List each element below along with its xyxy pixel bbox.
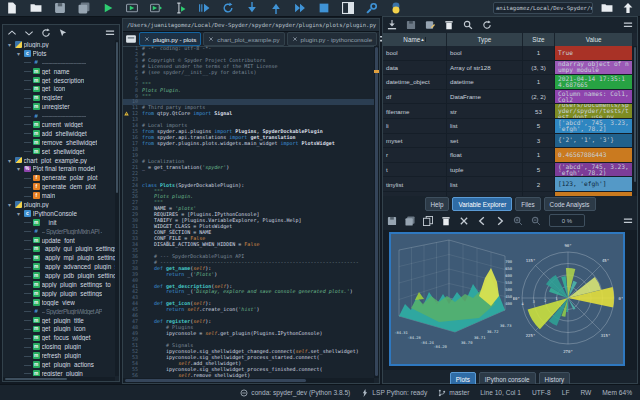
variable-row[interactable]: boolbool1True (383, 46, 633, 61)
outline-item[interactable]: mget_plugin_actions (3, 360, 115, 369)
editor-tab[interactable]: plugin.py - ipythonconsole (287, 32, 378, 46)
variable-row[interactable]: lilist5['abcd', 745, 3.23, 'efgh', 78.2] (383, 119, 633, 134)
follow-cursor-icon[interactable] (58, 28, 68, 38)
chevron-down-icon[interactable]: ▾ (15, 210, 22, 217)
outline-item[interactable]: mregister (3, 93, 115, 102)
outline-item[interactable]: mupdate_font (3, 236, 115, 245)
python-logo-icon[interactable] (390, 2, 402, 14)
editor-horizontal-scrollbar[interactable] (123, 378, 374, 383)
outline-item[interactable]: mget_plugin_title (3, 316, 115, 325)
chevron-down-icon[interactable]: ▾ (6, 201, 13, 208)
outline-vertical-scrollbar[interactable] (115, 40, 119, 376)
open-folder-icon[interactable] (30, 2, 42, 14)
outline-item[interactable]: mget_icon (3, 84, 115, 93)
continue-execution-icon[interactable] (294, 2, 306, 14)
variable-row[interactable]: mysetset3{'2', '1', '3'} (383, 134, 633, 149)
close-tab-icon[interactable] (208, 36, 214, 42)
outline-item[interactable]: ▾plugin.py (3, 40, 115, 49)
outline-item[interactable]: m_apply_mpl_plugin_setting (3, 253, 115, 262)
variable-row[interactable]: dfDataFrame(2, 2)Column names: Col1, Col… (383, 90, 633, 105)
outline-item[interactable]: #-- SpyderPluginWidget AP (3, 307, 115, 316)
step-return-icon[interactable] (270, 2, 282, 14)
editor-vertical-scrollbar[interactable] (374, 46, 379, 378)
editor-tab[interactable]: chart_plot_example.py (203, 32, 284, 46)
outline-item[interactable]: mremove_shellwidget (3, 138, 115, 147)
outline-item[interactable]: fmain (3, 191, 115, 200)
save-icon[interactable] (54, 2, 66, 14)
save-plot-icon[interactable] (387, 216, 397, 226)
outline-item[interactable]: fgenerate_polar_plot (3, 173, 115, 182)
outline-item[interactable]: #-- SpyderPluginMixin API - (3, 227, 115, 236)
parent-directory-icon[interactable] (622, 2, 634, 14)
column-header-value[interactable]: Value (555, 33, 633, 46)
outline-item[interactable]: mget_plugin_icon (3, 325, 115, 334)
outline-item[interactable]: ▾%Plot final terrain model (3, 164, 115, 173)
code-area[interactable]: 1# -*- coding: utf-8 -*-2#3# Copyright ©… (123, 46, 374, 378)
column-header-name[interactable]: Name ▲ (383, 33, 447, 46)
close-tab-icon[interactable] (144, 36, 150, 42)
step-into-icon[interactable] (246, 2, 258, 14)
previous-plot-icon[interactable] (477, 216, 487, 226)
outline-item[interactable]: ▾chart_plot_example.py (3, 156, 115, 165)
variable-row[interactable]: dataArray of str128(3, 3)ndarray object … (383, 61, 633, 76)
search-variable-icon[interactable] (463, 20, 473, 30)
outline-item[interactable]: mrefresh_plugin (3, 351, 115, 360)
variable-row[interactable]: filenamestr53/Users/Documents/spyder/spy… (383, 104, 633, 119)
run-selection-icon[interactable] (174, 2, 186, 14)
new-file-icon[interactable] (6, 2, 18, 14)
run-cell-icon[interactable] (126, 2, 138, 14)
outline-item[interactable]: mcurrent_widget (3, 120, 115, 129)
table-vertical-scrollbar[interactable] (633, 46, 637, 196)
run-cell-advance-icon[interactable] (150, 2, 162, 14)
save-data-as-icon[interactable] (425, 20, 435, 30)
outline-item[interactable]: mclosing_plugin (3, 342, 115, 351)
column-header-size[interactable]: Size (523, 33, 555, 46)
save-all-icon[interactable] (78, 2, 90, 14)
open-directory-icon[interactable] (601, 2, 613, 14)
zoom-in-icon[interactable] (513, 216, 523, 226)
collapse-section-icon[interactable] (7, 28, 17, 38)
pane-menu-icon[interactable] (623, 216, 633, 226)
tab-code-analysis[interactable]: Code Analysis (544, 197, 596, 211)
outline-item[interactable]: ▾plugin.py (3, 200, 115, 209)
outline-item[interactable]: ▾cPlots (3, 49, 115, 58)
outline-item[interactable]: m_apply_advanced_plugin_s (3, 262, 115, 271)
tab-help[interactable]: Help (425, 197, 450, 211)
run-icon[interactable] (102, 2, 114, 14)
stop-icon[interactable] (318, 2, 330, 14)
save-data-icon[interactable] (406, 20, 416, 30)
restore-original-icon[interactable] (41, 28, 51, 38)
chevron-down-icon[interactable]: ▾ (6, 41, 13, 48)
outline-item[interactable]: #---------------------------- (3, 58, 115, 67)
working-directory-selector[interactable]: anitagomez/Local/Dev-Spyder/spyder/spyde… (493, 2, 593, 14)
remove-variable-icon[interactable] (444, 20, 454, 30)
browse-tabs-icon[interactable] (125, 33, 137, 45)
next-plot-icon[interactable] (495, 216, 505, 226)
editor-tab[interactable]: plugin.py - plots (139, 32, 201, 46)
remove-plot-icon[interactable] (441, 216, 451, 226)
variable-row[interactable]: tinylistlist2[123, 'efgh'] (383, 177, 633, 192)
outline-item[interactable]: fgenerate_dem_plot (3, 182, 115, 191)
variable-row[interactable]: datetime_objectdatetime12021-04-14 17:35… (383, 75, 633, 90)
current-figure[interactable]: -84.31-84.28-84.24-84.2036.7036.7136.723… (389, 232, 625, 366)
outline-item[interactable]: madd_shellwidget (3, 129, 115, 138)
variable-row[interactable]: xfloat6411.1235123669438 (383, 192, 633, 196)
import-data-icon[interactable] (387, 20, 397, 30)
outline-item[interactable]: m_apply_gui_plugin_settings (3, 244, 115, 253)
copy-plot-icon[interactable] (423, 216, 433, 226)
chevron-down-icon[interactable]: ▾ (15, 165, 22, 172)
variable-row[interactable]: ttuple5('abcd', 745, 3.23, 'efgh', 78.2) (383, 163, 633, 178)
close-tab-icon[interactable] (292, 36, 298, 42)
restart-kernel-icon[interactable] (222, 2, 234, 14)
debug-run-icon[interactable] (198, 2, 210, 14)
pane-menu-icon[interactable] (105, 28, 115, 38)
outline-item[interactable]: mapply_plugin_settings_to_ (3, 280, 115, 289)
outline-item[interactable]: munregister (3, 102, 115, 111)
tab-variable-explorer[interactable]: Variable Explorer (452, 197, 512, 211)
chevron-down-icon[interactable]: ▾ (15, 50, 22, 57)
chevron-down-icon[interactable]: ▾ (6, 157, 13, 164)
refresh-variables-icon[interactable] (482, 20, 492, 30)
close-all-plots-icon[interactable] (459, 216, 469, 226)
outline-item[interactable]: mget_description (3, 76, 115, 85)
outline-item[interactable]: mregister_plugin (3, 369, 115, 376)
